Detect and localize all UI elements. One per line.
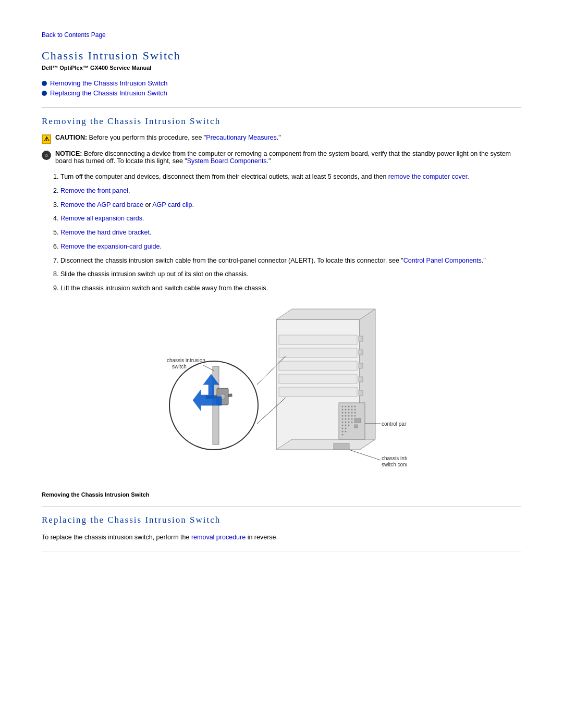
svg-marker-1 <box>276 309 375 319</box>
replace-text: To replace the chassis intrusion switch,… <box>42 533 521 542</box>
caution-text: CAUTION: Before you perform this procedu… <box>55 134 281 141</box>
svg-point-27 <box>348 412 350 413</box>
divider-2 <box>42 506 521 507</box>
step-1-text: Turn off the computer and devices, disco… <box>60 173 469 180</box>
svg-point-47 <box>345 427 347 429</box>
divider-3 <box>42 551 521 551</box>
svg-point-31 <box>345 415 347 416</box>
step-3-or: or <box>145 201 152 208</box>
svg-point-33 <box>351 415 353 416</box>
step-6-end: . <box>160 243 161 250</box>
steps-list: Turn off the computer and devices, disco… <box>60 172 521 293</box>
diagram-caption: Removing the Chassis Intrusion Switch <box>42 491 521 498</box>
remove-agp-brace-link[interactable]: Remove the AGP card brace <box>60 201 143 208</box>
step-4: Remove all expansion cards. <box>60 214 521 224</box>
svg-point-19 <box>354 405 356 407</box>
notice-icon: ○ <box>42 151 51 160</box>
svg-point-36 <box>345 418 347 419</box>
diagram-svg: chassis intrusion switch control panel c… <box>156 304 407 481</box>
svg-point-25 <box>342 412 344 413</box>
divider-1 <box>42 107 521 108</box>
precautionary-measures-link[interactable]: Precautionary Measures <box>206 134 276 141</box>
toc-item-replacing: Replacing the Chassis Intrusion Switch <box>42 89 521 97</box>
svg-point-34 <box>354 415 356 416</box>
svg-point-49 <box>345 430 347 432</box>
system-board-components-link[interactable]: System Board Components <box>187 157 267 165</box>
removal-procedure-link[interactable]: removal procedure <box>191 534 246 541</box>
notice-box: ○ NOTICE: Before disconnecting a device … <box>42 150 521 165</box>
svg-point-43 <box>342 424 344 426</box>
caution-label: CAUTION: <box>55 134 87 141</box>
step-2-end: . <box>128 187 130 194</box>
diagram-container: chassis intrusion switch control panel c… <box>42 304 521 481</box>
remove-expansion-cards-link[interactable]: Remove all expansion cards <box>60 215 142 222</box>
toc-link-removing[interactable]: Removing the Chassis Intrusion Switch <box>50 79 167 87</box>
svg-rect-52 <box>354 425 358 428</box>
svg-point-48 <box>342 430 344 432</box>
toc-list: Removing the Chassis Intrusion Switch Re… <box>42 79 521 97</box>
svg-point-42 <box>351 421 353 423</box>
caution-body: Before you perform this procedure, see "… <box>89 134 281 141</box>
step-5-end: . <box>150 229 151 236</box>
step-8-text: Slide the chassis intrusion switch up ou… <box>60 270 249 278</box>
svg-point-50 <box>342 434 344 435</box>
replacing-section-title: Replacing the Chassis Intrusion Switch <box>42 515 521 525</box>
remove-hard-drive-bracket-link[interactable]: Remove the hard drive bracket <box>60 229 150 236</box>
svg-point-15 <box>342 405 344 407</box>
toc-bullet-1 <box>42 81 47 86</box>
remove-expansion-card-guide-link[interactable]: Remove the expansion-card guide <box>60 243 160 250</box>
step-1: Turn off the computer and devices, disco… <box>60 172 521 182</box>
svg-point-29 <box>354 412 356 413</box>
step-2: Remove the front panel. <box>60 186 521 196</box>
removing-section-title: Removing the Chassis Intrusion Switch <box>42 116 521 127</box>
svg-point-20 <box>342 409 344 410</box>
svg-point-21 <box>345 409 347 410</box>
svg-rect-12 <box>359 377 363 382</box>
svg-point-18 <box>351 405 353 407</box>
svg-marker-3 <box>276 439 375 450</box>
svg-text:control panel: control panel <box>382 421 407 427</box>
svg-point-44 <box>345 424 347 426</box>
remove-front-panel-link[interactable]: Remove the front panel <box>60 187 128 194</box>
toc-link-replacing[interactable]: Replacing the Chassis Intrusion Switch <box>50 89 167 97</box>
svg-rect-13 <box>359 390 363 396</box>
svg-point-39 <box>342 421 344 423</box>
svg-rect-9 <box>359 336 363 341</box>
caution-box: ⚠ CAUTION: Before you perform this proce… <box>42 134 521 144</box>
svg-rect-11 <box>359 363 363 368</box>
step-3: Remove the AGP card brace or AGP card cl… <box>60 200 521 210</box>
control-panel-components-link[interactable]: Control Panel Components <box>403 257 482 264</box>
svg-text:switch: switch <box>172 364 187 369</box>
svg-rect-53 <box>334 443 349 450</box>
step-3-end: . <box>192 201 193 208</box>
svg-point-24 <box>354 409 356 410</box>
caution-icon: ⚠ <box>42 134 51 144</box>
back-to-contents-link[interactable]: Back to Contents Page <box>42 31 521 39</box>
svg-point-30 <box>342 415 344 416</box>
svg-point-37 <box>348 418 350 419</box>
step-7-text: Disconnect the chassis intrusion switch … <box>60 257 486 264</box>
step-7: Disconnect the chassis intrusion switch … <box>60 256 521 266</box>
svg-point-28 <box>351 412 353 413</box>
svg-text:chassis intrusion: chassis intrusion <box>167 357 205 363</box>
replace-text-after: in reverse. <box>246 534 278 541</box>
toc-item-removing: Removing the Chassis Intrusion Switch <box>42 79 521 87</box>
svg-point-23 <box>351 409 353 410</box>
subtitle: Dell™ OptiPlex™ GX400 Service Manual <box>42 65 521 71</box>
svg-rect-51 <box>354 418 361 423</box>
svg-rect-6 <box>279 361 357 371</box>
replacing-section: Replacing the Chassis Intrusion Switch T… <box>42 515 521 542</box>
page-title: Chassis Intrusion Switch <box>42 49 521 63</box>
svg-rect-14 <box>339 403 365 439</box>
remove-cover-link[interactable]: remove the computer cover <box>388 173 467 180</box>
svg-point-32 <box>348 415 350 416</box>
svg-point-45 <box>348 424 350 426</box>
replace-text-before: To replace the chassis intrusion switch,… <box>42 534 191 541</box>
svg-rect-10 <box>359 350 363 355</box>
step-8: Slide the chassis intrusion switch up ou… <box>60 269 521 279</box>
svg-point-26 <box>345 412 347 413</box>
agp-card-clip-link[interactable]: AGP card clip <box>152 201 192 208</box>
svg-point-38 <box>351 418 353 419</box>
svg-text:chassis intrusion: chassis intrusion <box>382 455 407 461</box>
svg-point-41 <box>348 421 350 423</box>
